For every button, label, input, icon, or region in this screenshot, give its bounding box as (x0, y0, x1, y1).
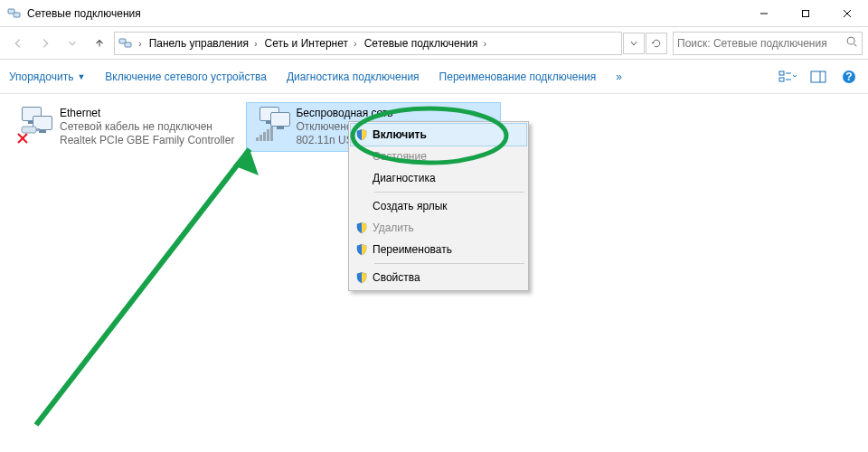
svg-line-21 (36, 149, 250, 425)
shield-icon (354, 127, 369, 142)
signal-bars-icon (256, 127, 273, 141)
svg-text:?: ? (845, 71, 852, 83)
svg-point-8 (847, 37, 854, 44)
breadcrumb-label: Сетевые подключения (364, 37, 478, 50)
organize-menu[interactable]: Упорядочить▼ (9, 71, 85, 83)
navbar: › Панель управления› Сеть и Интернет› Се… (0, 27, 868, 60)
ctx-label: Состояние (373, 150, 427, 163)
menu-separator (374, 263, 524, 264)
breadcrumb[interactable]: Сетевые подключения› (363, 37, 488, 50)
chevron-down-icon: ▼ (77, 72, 85, 81)
item-name: Беспроводная сеть (296, 107, 456, 120)
network-item-ethernet[interactable]: Ethernet Сетевой кабель не подключен Rea… (11, 103, 241, 151)
search-icon (845, 35, 858, 51)
svg-rect-19 (36, 128, 40, 131)
ctx-label: Создать ярлык (373, 200, 448, 212)
refresh-button[interactable] (646, 33, 667, 54)
breadcrumb[interactable]: Сеть и Интернет› (263, 37, 359, 50)
svg-rect-14 (811, 71, 826, 82)
toolbar-label: Переименование подключения (439, 71, 597, 83)
ctx-label: Удалить (373, 221, 414, 234)
toolbar: Упорядочить▼ Включение сетевого устройст… (0, 60, 868, 94)
ctx-label: Диагностика (373, 172, 436, 184)
nav-back-button[interactable] (5, 31, 31, 56)
search-input[interactable] (677, 37, 844, 50)
nav-recent-dropdown[interactable] (60, 31, 85, 56)
preview-pane-button[interactable] (808, 69, 828, 85)
toolbar-overflow[interactable]: » (616, 71, 622, 83)
window-title: Сетевые подключения (27, 7, 141, 20)
chevron-right-icon: › (138, 38, 142, 49)
menu-separator (374, 192, 524, 193)
minimize-button[interactable] (743, 0, 785, 27)
shield-icon (354, 242, 369, 257)
ctx-delete: Удалить (351, 217, 526, 239)
breadcrumb-label: Сеть и Интернет (265, 37, 348, 50)
ctx-diagnostics[interactable]: Диагностика (351, 167, 526, 189)
nav-up-button[interactable] (87, 31, 112, 56)
search-box[interactable] (673, 32, 863, 55)
view-options-button[interactable] (778, 69, 797, 85)
chevron-right-icon: › (254, 38, 258, 49)
toolbar-label: Диагностика подключения (287, 71, 420, 83)
svg-rect-10 (779, 71, 784, 75)
ethernet-icon (18, 107, 54, 143)
rename-button[interactable]: Переименование подключения (439, 71, 597, 83)
network-icon (118, 36, 133, 51)
shield-icon (354, 221, 369, 235)
svg-marker-22 (233, 149, 259, 175)
breadcrumb[interactable]: Панель управления› (147, 37, 259, 50)
maximize-button[interactable] (785, 0, 826, 27)
toolbar-label: Упорядочить (9, 71, 73, 83)
svg-rect-7 (125, 42, 131, 47)
breadcrumb[interactable]: › (137, 38, 144, 49)
shield-icon (354, 270, 369, 285)
item-device: Realtek PCIe GBE Family Controller (60, 134, 234, 147)
chevron-right-icon: › (354, 38, 357, 49)
ctx-label: Свойства (373, 271, 420, 284)
ctx-properties[interactable]: Свойства (351, 267, 526, 288)
chevron-right-icon: › (483, 38, 486, 49)
ctx-label: Включить (373, 128, 427, 141)
titlebar: Сетевые подключения (0, 0, 868, 27)
ctx-enable[interactable]: Включить (351, 124, 526, 146)
nav-forward-button[interactable] (33, 31, 58, 56)
item-status: Сетевой кабель не подключен (60, 120, 234, 134)
svg-rect-1 (14, 13, 20, 17)
breadcrumb-label: Панель управления (149, 37, 249, 50)
address-history-dropdown[interactable] (623, 33, 645, 54)
svg-rect-11 (779, 78, 784, 81)
error-x-icon (16, 132, 29, 145)
svg-line-9 (854, 44, 857, 47)
item-name: Ethernet (60, 107, 234, 120)
diagnose-button[interactable]: Диагностика подключения (287, 71, 420, 83)
close-button[interactable] (826, 0, 868, 27)
ctx-rename[interactable]: Переименовать (351, 239, 526, 260)
enable-device-button[interactable]: Включение сетевого устройства (105, 71, 267, 83)
network-icon (7, 6, 22, 21)
context-menu: Включить Состояние Диагностика Создать я… (348, 121, 529, 291)
ctx-create-shortcut[interactable]: Создать ярлык (351, 195, 526, 217)
svg-rect-3 (803, 10, 809, 16)
toolbar-label: Включение сетевого устройства (105, 71, 267, 83)
wifi-icon (254, 107, 290, 143)
ctx-label: Переименовать (373, 243, 452, 256)
ctx-status: Состояние (351, 146, 526, 167)
help-button[interactable]: ? (839, 69, 859, 85)
address-bar[interactable]: › Панель управления› Сеть и Интернет› Се… (114, 32, 622, 55)
